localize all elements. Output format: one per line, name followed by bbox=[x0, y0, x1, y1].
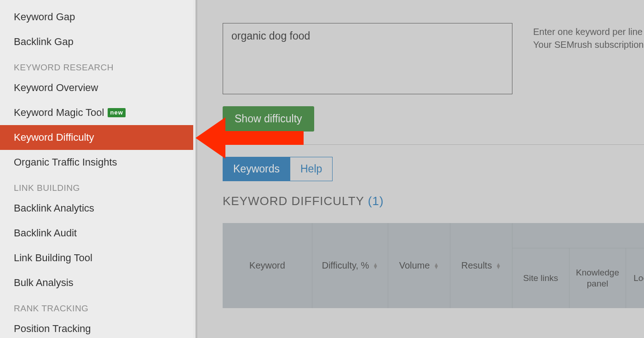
sidebar-item-backlink-gap[interactable]: Backlink Gap bbox=[0, 29, 193, 54]
sidebar-item-backlink-analytics[interactable]: Backlink Analytics bbox=[0, 196, 193, 221]
section-title: KEYWORD DIFFICULTY (1) bbox=[223, 194, 644, 208]
sidebar-item-bulk-analysis[interactable]: Bulk Analysis bbox=[0, 270, 193, 295]
th-keyword-label: Keyword bbox=[249, 260, 285, 271]
th-local-pack[interactable]: Local pack bbox=[626, 248, 644, 308]
main-panel: Enter one keyword per line Your SEMrush … bbox=[196, 0, 644, 338]
section-title-text: KEYWORD DIFFICULTY bbox=[223, 194, 368, 208]
sidebar: Keyword Gap Backlink Gap KEYWORD RESEARC… bbox=[0, 0, 193, 338]
th-volume[interactable]: Volume ▲▼ bbox=[388, 223, 450, 308]
sidebar-item-keyword-magic-tool[interactable]: Keyword Magic Tool new bbox=[0, 100, 193, 125]
tab-keywords[interactable]: Keywords bbox=[223, 157, 290, 181]
sidebar-item-label: Keyword Magic Tool bbox=[14, 107, 104, 119]
sidebar-item-keyword-overview[interactable]: Keyword Overview bbox=[0, 75, 193, 100]
th-difficulty[interactable]: Difficulty, % ▲▼ bbox=[312, 223, 388, 308]
th-difficulty-label: Difficulty, % bbox=[322, 260, 369, 271]
divider bbox=[223, 144, 644, 145]
tabs: Keywords Help bbox=[223, 157, 644, 181]
tab-help[interactable]: Help bbox=[290, 157, 333, 181]
th-volume-label: Volume bbox=[399, 260, 430, 271]
th-results-label: Results bbox=[461, 260, 492, 271]
sort-icon: ▲▼ bbox=[495, 263, 501, 269]
sidebar-item-keyword-gap[interactable]: Keyword Gap bbox=[0, 5, 193, 29]
sidebar-heading-rank-tracking: RANK TRACKING bbox=[0, 295, 193, 316]
sidebar-item-organic-traffic-insights[interactable]: Organic Traffic Insights bbox=[0, 150, 193, 175]
sidebar-item-link-building-tool[interactable]: Link Building Tool bbox=[0, 246, 193, 270]
sidebar-item-position-tracking[interactable]: Position Tracking bbox=[0, 316, 193, 338]
th-knowledge-panel[interactable]: Knowledge panel bbox=[569, 248, 627, 308]
sidebar-heading-keyword-research: KEYWORD RESEARCH bbox=[0, 54, 193, 75]
hint-line-1: Enter one keyword per line bbox=[533, 25, 644, 38]
results-table-header: Keyword Difficulty, % ▲▼ Volume ▲▼ Resul… bbox=[223, 223, 644, 308]
sort-icon: ▲▼ bbox=[433, 263, 439, 269]
sidebar-heading-link-building: LINK BUILDING bbox=[0, 175, 193, 196]
th-keyword[interactable]: Keyword bbox=[223, 223, 312, 308]
hint-text: Enter one keyword per line Your SEMrush … bbox=[533, 25, 644, 51]
section-count: (1) bbox=[368, 194, 384, 208]
th-serp-features: Site links Knowledge panel Local pack bbox=[512, 223, 644, 308]
sort-icon: ▲▼ bbox=[373, 263, 378, 269]
show-difficulty-button[interactable]: Show difficulty bbox=[223, 106, 314, 132]
hint-line-2: Your SEMrush subscription bbox=[533, 38, 644, 51]
th-results[interactable]: Results ▲▼ bbox=[450, 223, 512, 308]
sidebar-item-backlink-audit[interactable]: Backlink Audit bbox=[0, 221, 193, 246]
th-site-links[interactable]: Site links bbox=[512, 248, 569, 308]
sidebar-item-keyword-difficulty[interactable]: Keyword Difficulty bbox=[0, 125, 193, 150]
keyword-textarea[interactable] bbox=[223, 23, 512, 94]
new-badge: new bbox=[108, 108, 125, 117]
